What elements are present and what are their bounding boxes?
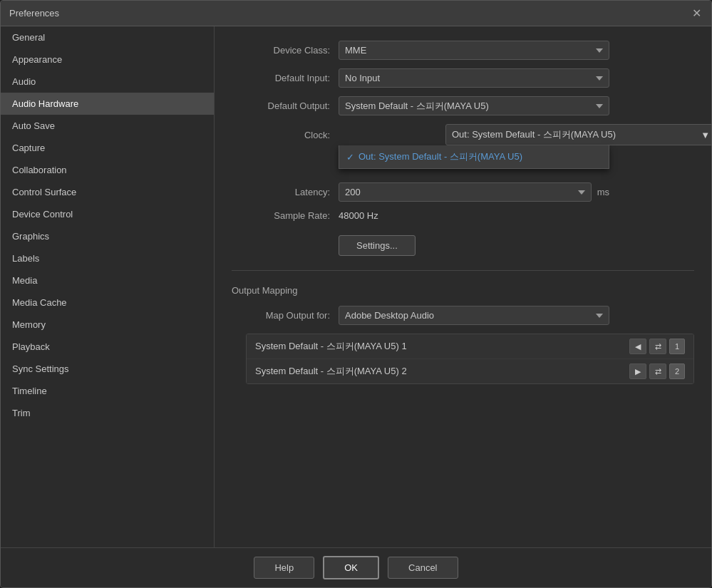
sample-rate-value: 48000 Hz xyxy=(339,210,378,221)
latency-label: Latency: xyxy=(232,187,339,197)
channel-num-1: 1 xyxy=(669,339,685,354)
map-output-for-control: Adobe Desktop Audio xyxy=(339,306,609,325)
content-area: GeneralAppearanceAudioAudio HardwareAuto… xyxy=(1,26,711,547)
latency-select[interactable]: 200 xyxy=(339,182,592,202)
title-bar: Preferences ✕ xyxy=(1,1,711,26)
device-class-select[interactable]: MMEWASAPIASIO xyxy=(339,41,609,60)
sidebar: GeneralAppearanceAudioAudio HardwareAuto… xyxy=(1,26,215,547)
channel-route-btn-2[interactable]: ⇄ xyxy=(649,363,666,379)
channel-route-btn-1[interactable]: ⇄ xyxy=(649,339,666,354)
output-channels: System Default - 스피커(MAYA U5) 1 ◀ ⇄ 1 Sy… xyxy=(246,334,694,384)
device-class-row: Device Class: MMEWASAPIASIO xyxy=(232,41,694,60)
clock-control: Out: System Default - 스피커(MAYA U5) ▼ ✓ O… xyxy=(339,124,609,145)
sidebar-item-trim[interactable]: Trim xyxy=(1,402,214,424)
sidebar-item-appearance[interactable]: Appearance xyxy=(1,48,214,71)
output-mapping-section: Output Mapping Map Output for: Adobe Des… xyxy=(232,285,694,384)
channel-row-1: System Default - 스피커(MAYA U5) 1 ◀ ⇄ 1 xyxy=(247,334,693,359)
latency-control: 200 ms xyxy=(339,182,609,202)
dialog-footer: Help OK Cancel xyxy=(1,547,711,587)
sidebar-item-audio[interactable]: Audio xyxy=(1,71,214,93)
clock-label: Clock: xyxy=(232,130,339,140)
sample-rate-value-container: 48000 Hz xyxy=(339,210,609,221)
sidebar-item-device-control[interactable]: Device Control xyxy=(1,203,214,225)
sidebar-item-labels[interactable]: Labels xyxy=(1,247,214,269)
settings-btn-wrapper: Settings... xyxy=(232,229,694,256)
clock-arrow-icon: ▼ xyxy=(701,130,710,140)
sidebar-item-capture[interactable]: Capture xyxy=(1,137,214,159)
default-input-row: Default Input: No Input xyxy=(232,68,694,88)
sidebar-item-playback[interactable]: Playback xyxy=(1,336,214,358)
clock-dropdown-header[interactable]: Out: System Default - 스피커(MAYA U5) ▼ xyxy=(446,125,711,145)
device-class-label: Device Class: xyxy=(232,45,339,56)
clock-dropdown-menu: ✓ Out: System Default - 스피커(MAYA U5) xyxy=(339,145,609,169)
ok-button[interactable]: OK xyxy=(323,556,379,579)
default-output-control: System Default - 스피커(MAYA U5) xyxy=(339,96,609,115)
channel-row-2: System Default - 스피커(MAYA U5) 2 ▶ ⇄ 2 xyxy=(247,359,693,383)
channel-left-btn-1[interactable]: ◀ xyxy=(629,339,646,354)
device-class-control: MMEWASAPIASIO xyxy=(339,41,609,60)
preferences-dialog: Preferences ✕ GeneralAppearanceAudioAudi… xyxy=(0,0,712,588)
clock-current-value: Out: System Default - 스피커(MAYA U5) xyxy=(452,128,616,141)
clock-option-1[interactable]: ✓ Out: System Default - 스피커(MAYA U5) xyxy=(339,145,609,168)
clock-dropdown[interactable]: Out: System Default - 스피커(MAYA U5) ▼ xyxy=(445,124,711,145)
sidebar-item-timeline[interactable]: Timeline xyxy=(1,380,214,402)
default-input-control: No Input xyxy=(339,68,609,88)
latency-row: Latency: 200 ms xyxy=(232,182,694,202)
output-mapping-title: Output Mapping xyxy=(232,285,694,296)
channel-controls-1: ◀ ⇄ 1 xyxy=(629,339,685,354)
sidebar-item-memory[interactable]: Memory xyxy=(1,314,214,336)
sidebar-item-media-cache[interactable]: Media Cache xyxy=(1,292,214,314)
channel-name-2: System Default - 스피커(MAYA U5) 2 xyxy=(255,365,629,378)
sidebar-item-media[interactable]: Media xyxy=(1,269,214,292)
default-input-select[interactable]: No Input xyxy=(339,68,609,88)
main-panel: Device Class: MMEWASAPIASIO Default Inpu… xyxy=(215,26,711,547)
help-button[interactable]: Help xyxy=(254,557,314,579)
close-button[interactable]: ✕ xyxy=(690,7,703,20)
dialog-title: Preferences xyxy=(9,8,59,19)
sample-rate-row: Sample Rate: 48000 Hz xyxy=(232,210,694,221)
sidebar-item-graphics[interactable]: Graphics xyxy=(1,225,214,247)
default-output-row: Default Output: System Default - 스피커(MAY… xyxy=(232,96,694,115)
sidebar-item-control-surface[interactable]: Control Surface xyxy=(1,181,214,203)
sample-rate-label: Sample Rate: xyxy=(232,210,339,221)
map-output-for-select[interactable]: Adobe Desktop Audio xyxy=(339,306,609,325)
sidebar-item-collaboration[interactable]: Collaboration xyxy=(1,159,214,181)
clock-row: Clock: Out: System Default - 스피커(MAYA U5… xyxy=(232,124,694,145)
section-divider xyxy=(232,270,694,271)
sidebar-item-sync-settings[interactable]: Sync Settings xyxy=(1,358,214,380)
map-output-for-row: Map Output for: Adobe Desktop Audio xyxy=(232,306,694,325)
cancel-button[interactable]: Cancel xyxy=(388,557,458,579)
checkmark-icon: ✓ xyxy=(346,152,354,163)
default-input-label: Default Input: xyxy=(232,73,339,83)
sidebar-item-audio-hardware[interactable]: Audio Hardware xyxy=(1,93,214,115)
sidebar-item-general[interactable]: General xyxy=(1,26,214,48)
sidebar-item-auto-save[interactable]: Auto Save xyxy=(1,115,214,137)
default-output-select[interactable]: System Default - 스피커(MAYA U5) xyxy=(339,96,609,115)
latency-unit: ms xyxy=(597,187,609,197)
map-output-for-label: Map Output for: xyxy=(232,310,339,321)
channel-left-btn-2[interactable]: ▶ xyxy=(629,363,646,379)
channel-name-1: System Default - 스피커(MAYA U5) 1 xyxy=(255,340,629,353)
settings-button[interactable]: Settings... xyxy=(339,235,416,256)
default-output-label: Default Output: xyxy=(232,100,339,111)
channel-controls-2: ▶ ⇄ 2 xyxy=(629,363,685,379)
channel-num-2: 2 xyxy=(669,363,685,379)
